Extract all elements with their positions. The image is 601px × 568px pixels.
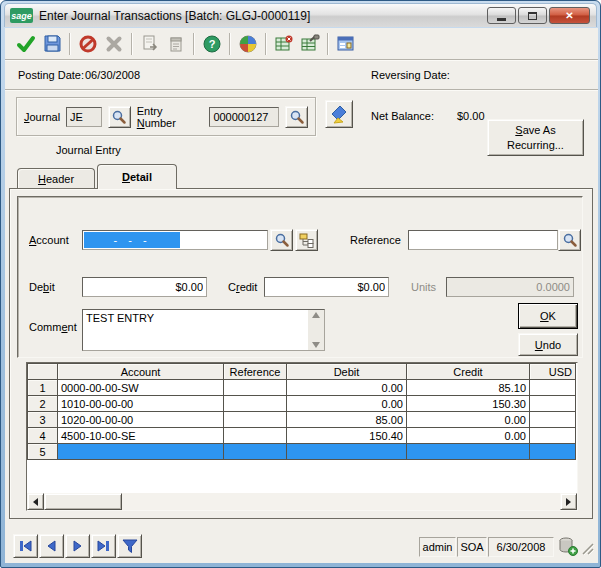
- search-filter-button[interactable]: [117, 534, 142, 558]
- entry-number-label: Entry Number: [137, 105, 204, 129]
- close-button[interactable]: ✕: [549, 7, 590, 24]
- customize-button[interactable]: [333, 31, 359, 57]
- grid-header-credit[interactable]: Credit: [407, 364, 530, 380]
- cell-credit[interactable]: [407, 444, 530, 460]
- previous-record-button[interactable]: [39, 534, 64, 558]
- cell-debit[interactable]: 0.00: [287, 396, 407, 412]
- notes-button[interactable]: [163, 31, 189, 57]
- table-row: 4 4500-10-00-SE 150.40 0.00: [28, 428, 576, 444]
- scroll-up-icon[interactable]: [312, 312, 320, 318]
- comment-text[interactable]: TEST ENTRY: [83, 310, 308, 350]
- cell-rownum[interactable]: 3: [28, 412, 58, 428]
- resize-grip[interactable]: [579, 540, 595, 558]
- cell-rownum[interactable]: 4: [28, 428, 58, 444]
- comment-scrollbar[interactable]: [308, 310, 324, 350]
- account-lookup-button[interactable]: [270, 229, 293, 251]
- reference-label: Reference: [350, 234, 401, 246]
- scroll-left-button[interactable]: [27, 493, 44, 510]
- cell-credit[interactable]: 85.10: [407, 380, 530, 396]
- export-excel-button[interactable]: [271, 31, 297, 57]
- cell-usd[interactable]: [530, 428, 576, 444]
- grid-header-rownum: [28, 364, 58, 380]
- cell-reference[interactable]: [224, 444, 287, 460]
- tab-detail-label: Detail: [122, 171, 152, 183]
- credit-input[interactable]: [264, 277, 389, 297]
- excel-tools-icon: [300, 34, 320, 54]
- cell-usd[interactable]: [530, 396, 576, 412]
- account-tree-icon: [299, 232, 315, 248]
- debit-input[interactable]: [82, 277, 207, 297]
- scroll-down-icon[interactable]: [312, 342, 320, 348]
- grid-header-reference[interactable]: Reference: [224, 364, 287, 380]
- entry-number-input[interactable]: [209, 107, 279, 127]
- grid-header-usd[interactable]: USD: [530, 364, 576, 380]
- cell-debit[interactable]: 150.40: [287, 428, 407, 444]
- horizontal-scrollbar[interactable]: [27, 493, 577, 510]
- cell-account[interactable]: 0000-00-00-SW: [58, 380, 224, 396]
- account-input[interactable]: - - -: [82, 230, 268, 250]
- accept-icon: [16, 34, 36, 54]
- cell-reference[interactable]: [224, 428, 287, 444]
- cell-reference[interactable]: [224, 380, 287, 396]
- excel-tools-button[interactable]: [297, 31, 323, 57]
- cell-usd[interactable]: [530, 412, 576, 428]
- cell-rownum[interactable]: 2: [28, 396, 58, 412]
- scrollbar-thumb[interactable]: [44, 493, 122, 510]
- ok-button[interactable]: OK: [518, 303, 578, 329]
- cell-account[interactable]: 1020-00-00-00: [58, 412, 224, 428]
- journal-lookup-button[interactable]: [108, 106, 131, 128]
- undo-button[interactable]: Undo: [518, 333, 578, 356]
- cell-reference[interactable]: [224, 396, 287, 412]
- scroll-right-button[interactable]: [560, 493, 577, 510]
- account-segments-button[interactable]: [295, 229, 318, 251]
- quick-print-button[interactable]: [325, 100, 353, 128]
- cell-account[interactable]: 1010-00-00-00: [58, 396, 224, 412]
- currency-icon: [238, 34, 258, 54]
- client-area: ? Posting Date: 06/30/2008 Reversing Dat…: [5, 28, 598, 563]
- save-as-recurring-button[interactable]: Save As Recurring...: [487, 119, 584, 156]
- titlebar[interactable]: sage Enter Journal Transactions [Batch: …: [4, 3, 597, 27]
- close-icon: ✕: [565, 11, 573, 21]
- comment-label: Comment: [29, 321, 77, 333]
- cell-usd[interactable]: [530, 444, 576, 460]
- save-button[interactable]: [39, 31, 65, 57]
- journal-input[interactable]: [66, 107, 102, 127]
- minimize-button[interactable]: [487, 7, 516, 24]
- toolbar: ?: [5, 28, 598, 59]
- next-record-button[interactable]: [65, 534, 90, 558]
- entry-number-lookup-button[interactable]: [285, 106, 308, 128]
- cell-reference[interactable]: [224, 412, 287, 428]
- accept-button[interactable]: [13, 31, 39, 57]
- delete-button[interactable]: [101, 31, 127, 57]
- cell-usd[interactable]: [530, 380, 576, 396]
- help-button[interactable]: ?: [199, 31, 225, 57]
- reference-lookup-button[interactable]: [558, 229, 581, 251]
- cell-credit[interactable]: 0.00: [407, 428, 530, 444]
- copy-button[interactable]: [137, 31, 163, 57]
- cell-debit[interactable]: [287, 444, 407, 460]
- reference-input[interactable]: [408, 230, 558, 250]
- grid-header-account[interactable]: Account: [58, 364, 224, 380]
- database-status-button[interactable]: [556, 534, 580, 558]
- cell-account[interactable]: 4500-10-00-SE: [58, 428, 224, 444]
- credit-label: Credit: [228, 281, 257, 293]
- cell-debit[interactable]: 85.00: [287, 412, 407, 428]
- grid-header-debit[interactable]: Debit: [287, 364, 407, 380]
- comment-input[interactable]: TEST ENTRY: [82, 309, 325, 351]
- maximize-button[interactable]: [518, 7, 547, 24]
- currency-button[interactable]: [235, 31, 261, 57]
- toolbar-separator: [193, 33, 195, 55]
- posting-date-label: Posting Date:: [18, 69, 84, 81]
- cell-rownum[interactable]: 1: [28, 380, 58, 396]
- tab-detail[interactable]: Detail: [97, 164, 177, 189]
- cell-rownum[interactable]: 5: [28, 444, 58, 460]
- cell-credit[interactable]: 0.00: [407, 412, 530, 428]
- cell-credit[interactable]: 150.30: [407, 396, 530, 412]
- tab-header[interactable]: Header: [17, 168, 95, 188]
- cell-debit[interactable]: 0.00: [287, 380, 407, 396]
- first-record-button[interactable]: [13, 534, 38, 558]
- last-record-button[interactable]: [91, 534, 116, 558]
- entry-fields-box: Account - - - Reference Debit Credit: [17, 196, 583, 358]
- cancel-button[interactable]: [75, 31, 101, 57]
- cell-account[interactable]: [58, 444, 224, 460]
